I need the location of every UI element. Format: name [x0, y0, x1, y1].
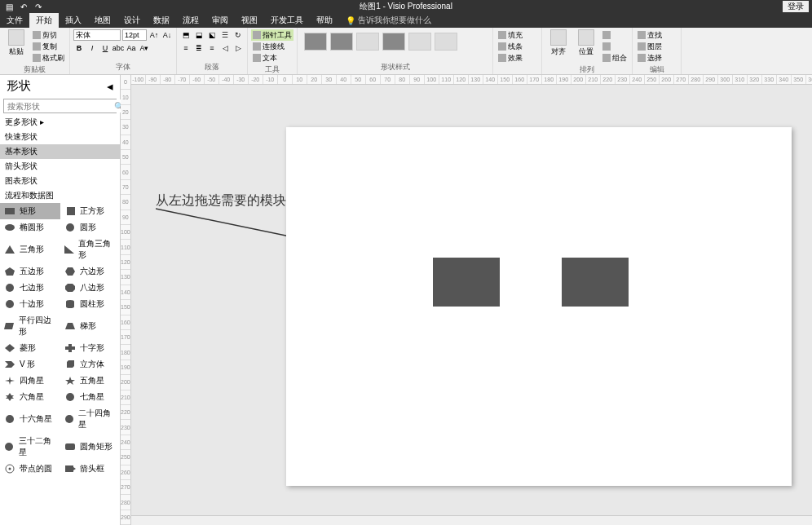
drawn-rectangle-1[interactable]	[433, 258, 500, 307]
qat-redo[interactable]: ↷	[33, 1, 44, 12]
drawing-page[interactable]	[286, 127, 792, 486]
align-middle-button[interactable]: ⬓	[193, 29, 205, 41]
tab-file[interactable]: 文件	[0, 13, 29, 28]
decrease-indent-button[interactable]: ◁	[219, 42, 231, 54]
cat-quick[interactable]: 快速形状	[0, 130, 120, 144]
qat-save[interactable]: ▤	[3, 1, 15, 12]
send-back-button[interactable]	[601, 41, 629, 52]
bullets-button[interactable]: ☰	[219, 29, 231, 41]
position-button[interactable]: 位置	[573, 29, 599, 57]
text-case-button[interactable]: Aa	[126, 42, 137, 54]
style-swatch-4[interactable]	[382, 33, 405, 51]
increase-indent-button[interactable]: ▷	[232, 42, 244, 54]
shape-item-star6[interactable]: 六角星	[0, 389, 60, 405]
select-button[interactable]: 选择	[636, 52, 664, 64]
align-button[interactable]: 对齐	[545, 29, 571, 57]
shape-item-roundrect[interactable]: 圆角矩形	[60, 433, 121, 461]
tab-data[interactable]: 数据	[147, 13, 176, 28]
shape-item-star32[interactable]: 三十二角星	[0, 433, 60, 461]
cut-button[interactable]: 剪切	[31, 29, 66, 41]
layers-button[interactable]: 图层	[636, 41, 664, 52]
tell-me-search[interactable]: 💡 告诉我你想要做什么	[339, 13, 438, 28]
shape-item-chevron[interactable]: V 形	[0, 356, 60, 373]
fill-button[interactable]: 填充	[496, 29, 524, 41]
bring-front-button[interactable]	[601, 29, 629, 41]
find-button[interactable]: 查找	[636, 29, 664, 41]
shape-item-octagon[interactable]: 八边形	[60, 280, 121, 296]
qat-undo[interactable]: ↶	[18, 1, 29, 12]
shape-item-cube[interactable]: 立方体	[60, 356, 121, 373]
canvas-viewport[interactable]: 从左边拖选需要的模块至画布	[131, 85, 812, 515]
shape-item-cylinder[interactable]: 圆柱形	[60, 296, 121, 312]
signin-button[interactable]: 登录	[783, 1, 809, 12]
shape-item-ellipse[interactable]: 椭圆形	[0, 219, 60, 236]
shape-item-dotcircle[interactable]: 带点的圆	[0, 461, 60, 477]
shape-item-circle[interactable]: 圆形	[60, 219, 121, 236]
shape-item-square[interactable]: 正方形	[60, 203, 121, 219]
style-swatch-1[interactable]	[304, 33, 327, 51]
group-shapes-button[interactable]: 组合	[601, 52, 629, 64]
shape-item-arrowbox[interactable]: 箭头框	[60, 461, 121, 477]
cat-flow[interactable]: 流程和数据图	[0, 188, 120, 203]
shape-item-rtriangle[interactable]: 直角三角形	[60, 236, 121, 263]
tab-insert[interactable]: 插入	[59, 13, 88, 28]
font-color-button[interactable]: A▾	[139, 42, 150, 54]
shapes-search-input[interactable]	[4, 99, 114, 112]
underline-button[interactable]: U	[99, 42, 111, 54]
shape-item-decagon[interactable]: 十边形	[0, 296, 60, 312]
font-family-select[interactable]	[73, 29, 121, 41]
align-bottom-button[interactable]: ⬕	[206, 29, 218, 41]
align-top-button[interactable]: ⬒	[180, 29, 192, 41]
style-swatch-6[interactable]	[435, 33, 457, 51]
format-painter-button[interactable]: 格式刷	[31, 52, 66, 64]
tab-help[interactable]: 帮助	[310, 13, 339, 28]
tab-design[interactable]: 设计	[117, 13, 147, 28]
shape-item-heptagon[interactable]: 七边形	[0, 280, 60, 296]
shape-item-rect[interactable]: 矩形	[0, 203, 60, 219]
tab-dev[interactable]: 开发工具	[264, 13, 310, 28]
drawn-rectangle-2[interactable]	[562, 258, 629, 307]
align-center-button[interactable]: ≣	[193, 42, 205, 54]
copy-button[interactable]: 复制	[31, 41, 66, 52]
align-right-button[interactable]: ≡	[206, 42, 218, 54]
connector-tool-button[interactable]: 连接线	[251, 41, 293, 52]
shape-item-star16[interactable]: 十六角星	[0, 405, 60, 433]
line-button[interactable]: 线条	[496, 41, 524, 52]
shape-item-star4[interactable]: 四角星	[0, 373, 60, 389]
tab-process[interactable]: 流程	[176, 13, 205, 28]
shape-item-parallel[interactable]: 平行四边形	[0, 312, 60, 340]
font-size-select[interactable]	[122, 29, 147, 41]
shape-item-triangle[interactable]: 三角形	[0, 236, 60, 263]
italic-button[interactable]: I	[86, 42, 98, 54]
style-swatch-3[interactable]	[356, 33, 379, 51]
shape-item-pentagon[interactable]: 五边形	[0, 263, 60, 280]
tab-view[interactable]: 视图	[235, 13, 264, 28]
cat-basic[interactable]: 基本形状	[0, 144, 120, 159]
grow-font-button[interactable]: A↑	[148, 29, 160, 41]
rotate-text-button[interactable]: ↻	[232, 29, 244, 41]
pointer-tool-button[interactable]: 指针工具	[251, 29, 293, 41]
shape-item-cross[interactable]: 十字形	[60, 340, 121, 356]
bold-button[interactable]: B	[73, 42, 85, 54]
tab-review[interactable]: 审阅	[205, 13, 235, 28]
shape-item-diamond[interactable]: 菱形	[0, 340, 60, 356]
effects-button[interactable]: 效果	[496, 52, 524, 64]
tab-home[interactable]: 开始	[29, 13, 59, 28]
shape-style-gallery[interactable]	[301, 29, 461, 54]
shape-item-trapezoid[interactable]: 梯形	[60, 312, 121, 340]
shrink-font-button[interactable]: A↓	[161, 29, 173, 41]
shape-item-star7[interactable]: 七角星	[60, 389, 121, 405]
cat-chart[interactable]: 图表形状	[0, 174, 120, 188]
cat-arrow[interactable]: 箭头形状	[0, 159, 120, 174]
align-left-button[interactable]: ≡	[180, 42, 192, 54]
shape-item-star24[interactable]: 二十四角星	[60, 405, 121, 433]
shape-item-hexagon[interactable]: 六边形	[60, 263, 121, 280]
cat-more[interactable]: 更多形状 ▸	[0, 115, 120, 130]
style-swatch-5[interactable]	[408, 33, 431, 51]
text-tool-button[interactable]: 文本	[251, 52, 293, 64]
style-swatch-2[interactable]	[330, 33, 353, 51]
paste-button[interactable]: 粘贴	[3, 29, 29, 57]
collapse-icon[interactable]: ◂	[107, 79, 113, 94]
horizontal-scrollbar[interactable]	[131, 515, 812, 525]
strike-button[interactable]: abc	[113, 42, 124, 54]
